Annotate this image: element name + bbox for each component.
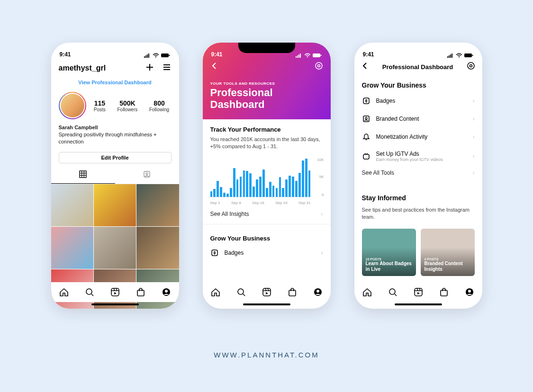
svg-line-39 — [243, 294, 245, 296]
chart-bar — [253, 187, 255, 197]
chart-bar — [246, 171, 248, 197]
tool-badges[interactable]: Badges › — [203, 244, 331, 262]
svg-rect-44 — [289, 290, 296, 296]
tool-monetization[interactable]: Monetization Activity › — [354, 128, 482, 146]
svg-rect-37 — [212, 250, 217, 256]
profile-icon[interactable] — [313, 287, 323, 297]
svg-rect-59 — [363, 154, 369, 159]
edit-profile-button[interactable]: Edit Profile — [59, 152, 172, 163]
status-time: 9:41 — [211, 51, 223, 58]
y-tick: 0 — [322, 193, 324, 197]
chevron-right-icon: › — [473, 134, 475, 140]
settings-icon[interactable] — [315, 62, 323, 72]
igtv-icon — [362, 152, 370, 160]
svg-point-27 — [165, 290, 168, 293]
chart-bar — [240, 177, 242, 197]
chart-bar — [226, 194, 229, 197]
avatar-story-ring[interactable] — [59, 92, 86, 119]
bio-text: Spreading positivity through mindfulness… — [59, 132, 157, 144]
post-thumbnail[interactable] — [136, 184, 179, 226]
svg-rect-52 — [464, 53, 472, 57]
svg-point-38 — [238, 289, 244, 294]
chart-bar — [243, 170, 245, 197]
tip-card[interactable]: 4 POSTS Branded Content Insights — [421, 229, 475, 276]
performance-chart: 10K 5K 0 Sep 1 Sep 8 Sep 16 Sep 24 Sep 3… — [210, 157, 323, 204]
reels-icon[interactable] — [110, 287, 120, 297]
svg-rect-31 — [300, 53, 301, 58]
profile-header: amethyst_grl — [51, 60, 179, 77]
x-tick: Sep 31 — [298, 201, 310, 205]
chart-bar — [256, 179, 258, 197]
menu-icon[interactable] — [162, 62, 172, 74]
chart-bar — [233, 168, 235, 197]
username[interactable]: amethyst_grl — [59, 64, 106, 72]
search-icon[interactable] — [236, 287, 246, 297]
profile-tabs — [51, 167, 179, 184]
chart-bar — [272, 186, 275, 197]
svg-rect-62 — [415, 288, 422, 296]
tip-card[interactable]: 10 POSTS Learn About Badges in Live — [362, 229, 416, 276]
chart-bar — [289, 176, 291, 197]
svg-rect-2 — [147, 54, 148, 58]
svg-rect-50 — [452, 53, 452, 58]
shop-icon[interactable] — [439, 287, 449, 297]
create-icon[interactable] — [145, 62, 154, 74]
signal-icon — [296, 53, 302, 58]
stat-posts[interactable]: 115 Posts — [94, 99, 106, 112]
chevron-right-icon: › — [473, 98, 475, 104]
svg-rect-53 — [472, 55, 473, 56]
post-thumbnail[interactable] — [94, 184, 136, 226]
back-icon[interactable] — [361, 62, 369, 71]
see-all-insights-link[interactable]: See All Insights › — [203, 204, 331, 224]
wifi-icon — [153, 53, 159, 58]
chart-bar — [269, 182, 271, 197]
search-icon[interactable] — [84, 287, 95, 297]
svg-point-18 — [146, 173, 148, 175]
svg-line-20 — [91, 294, 93, 296]
stat-following[interactable]: 800 Following — [149, 99, 169, 112]
search-icon[interactable] — [388, 287, 398, 297]
post-thumbnail[interactable] — [51, 184, 93, 226]
reels-icon[interactable] — [413, 287, 424, 297]
post-thumbnail[interactable] — [51, 227, 93, 269]
battery-icon — [161, 53, 171, 58]
svg-rect-5 — [161, 53, 169, 57]
svg-rect-28 — [296, 56, 297, 58]
view-pro-dashboard-link[interactable]: View Professional Dashboard — [51, 77, 179, 90]
grow-heading: Grow Your Business — [354, 77, 482, 92]
profile-icon[interactable] — [464, 287, 475, 297]
back-icon[interactable] — [210, 62, 218, 71]
settings-icon[interactable] — [467, 62, 475, 72]
svg-rect-57 — [363, 116, 369, 122]
wifi-icon — [456, 53, 462, 58]
notch — [390, 43, 447, 53]
tab-tagged[interactable] — [115, 167, 179, 184]
tool-igtv-ads[interactable]: Set Up IGTV Ads Earn money from your IGT… — [354, 146, 482, 167]
profile-icon[interactable] — [161, 287, 172, 297]
home-icon[interactable] — [210, 287, 221, 297]
stat-followers[interactable]: 500K Followers — [117, 99, 137, 112]
notch — [238, 43, 295, 53]
tab-grid[interactable] — [51, 167, 115, 184]
chart-bar — [276, 188, 278, 197]
post-thumbnail[interactable] — [94, 227, 136, 269]
svg-point-36 — [317, 65, 320, 67]
shop-icon[interactable] — [136, 287, 146, 297]
svg-line-61 — [395, 294, 397, 296]
tool-badges[interactable]: Badges › — [354, 92, 482, 110]
svg-rect-6 — [169, 55, 170, 56]
grow-heading: Grow Your Business — [203, 224, 331, 244]
hero-eyebrow: YOUR TOOLS AND RESOURCES — [203, 76, 331, 87]
svg-rect-3 — [148, 53, 149, 58]
shop-icon[interactable] — [287, 287, 298, 297]
home-icon[interactable] — [362, 287, 372, 297]
home-indicator — [91, 303, 139, 305]
svg-rect-25 — [137, 290, 144, 296]
tool-branded-content[interactable]: Branded Content › — [354, 110, 482, 128]
chart-bar — [292, 177, 294, 197]
profile-stats-row: 115 Posts 500K Followers 800 Following — [51, 90, 179, 121]
post-thumbnail[interactable] — [136, 227, 179, 269]
reels-icon[interactable] — [262, 287, 272, 297]
home-icon[interactable] — [59, 287, 69, 297]
see-all-tools-link[interactable]: See All Tools › — [354, 167, 482, 183]
